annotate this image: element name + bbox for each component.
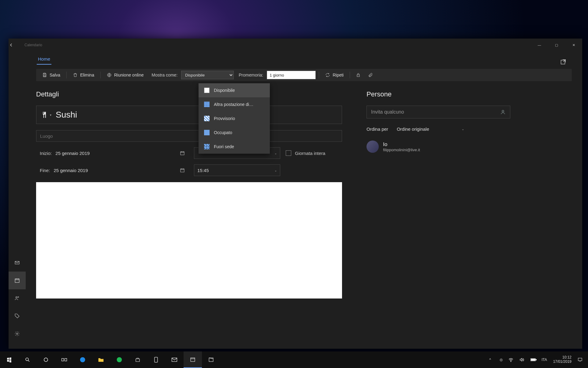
cortana-button[interactable] (37, 351, 55, 368)
reminder-select[interactable] (267, 71, 316, 79)
delete-button[interactable]: Elimina (70, 71, 97, 79)
nav-tag[interactable] (9, 307, 26, 325)
svg-rect-9 (357, 75, 359, 77)
food-icon (41, 111, 48, 118)
taskbar-mail[interactable] (165, 351, 184, 368)
svg-rect-27 (578, 358, 582, 361)
show-as-option-tentative[interactable]: Provvisorio (199, 111, 270, 126)
search-icon (25, 357, 30, 362)
minimize-button[interactable]: — (531, 39, 548, 51)
end-time-select[interactable]: 15:45 ⌄ (194, 164, 280, 176)
tray-notifications[interactable] (578, 357, 585, 362)
chevron-down-icon: ⌄ (274, 152, 277, 155)
invite-input[interactable]: Invita qualcuno (367, 106, 510, 118)
event-title-row: ▾ (36, 106, 342, 124)
taskbar-movies[interactable] (202, 351, 220, 368)
maximize-button[interactable]: ▢ (548, 39, 565, 51)
phone-icon (154, 357, 158, 363)
save-button[interactable]: Salva (39, 71, 63, 79)
spotify-icon (116, 357, 122, 363)
tray-language[interactable]: ITA (541, 358, 547, 362)
show-as-option-label: Fuori sede (214, 144, 234, 149)
search-button[interactable] (18, 351, 37, 368)
delete-label: Elimina (80, 73, 94, 77)
store-icon (135, 357, 140, 362)
status-swatch (204, 102, 210, 107)
svg-point-3 (18, 297, 19, 298)
private-button[interactable] (353, 71, 363, 79)
end-date-picker[interactable]: Fine: 25 gennaio 2019 (36, 164, 188, 176)
event-title-input[interactable] (56, 110, 337, 120)
tray-chevron[interactable]: ^ (486, 358, 494, 362)
tray-clock[interactable]: 10:12 17/01/2019 (553, 355, 571, 364)
online-meeting-button[interactable]: Riunione online (104, 71, 147, 79)
sort-select[interactable]: Ordine originale ⌄ (394, 124, 467, 134)
tabs: Home (26, 51, 582, 65)
avatar (367, 141, 379, 153)
show-as-label: Mostra come: (151, 73, 177, 77)
checkbox-icon (286, 150, 291, 156)
attach-button[interactable] (365, 71, 376, 79)
start-date-value: 25 gennaio 2019 (55, 151, 90, 156)
tray-volume-icon[interactable] (519, 358, 527, 362)
people-heading: Persone (367, 90, 510, 98)
tray-wifi-icon[interactable] (508, 358, 516, 362)
lock-icon (356, 73, 361, 77)
close-button[interactable]: ✕ (565, 39, 582, 51)
svg-rect-11 (180, 169, 184, 172)
edge-icon (80, 357, 86, 363)
content-area: Home Salva Elimina Riunione online Mostr… (26, 51, 582, 349)
tray-battery-icon[interactable] (530, 358, 538, 362)
tray-location-icon[interactable]: ◎ (497, 358, 505, 362)
app-title: Calendario (24, 43, 42, 47)
svg-point-17 (80, 357, 85, 362)
nav-people[interactable] (9, 289, 26, 307)
show-as-dropdown: DisponibileAltra postazione di…Provvisor… (199, 83, 270, 154)
show-as-option-free[interactable]: Disponibile (199, 83, 270, 97)
all-day-checkbox[interactable]: Giornata intera (286, 150, 325, 156)
nav-mail[interactable] (9, 254, 26, 272)
globe-icon (107, 73, 112, 77)
show-as-option-label: Occupato (214, 130, 232, 135)
status-swatch (204, 88, 210, 93)
calendar-icon (180, 168, 185, 173)
chevron-down-icon: ⌄ (462, 127, 464, 131)
show-as-option-elsewhere[interactable]: Altra postazione di… (199, 97, 270, 111)
pop-out-button[interactable] (557, 56, 569, 68)
taskbar-spotify[interactable] (110, 351, 128, 368)
show-as-option-oof[interactable]: Fuori sede (199, 140, 270, 154)
task-view-button[interactable] (55, 351, 73, 368)
taskbar-explorer[interactable] (92, 351, 110, 368)
svg-point-2 (16, 297, 17, 298)
show-as-option-busy[interactable]: Occupato (199, 126, 270, 140)
svg-rect-15 (62, 359, 64, 361)
titlebar: Calendario — ▢ ✕ (9, 39, 582, 51)
taskbar-calendar[interactable] (184, 351, 202, 368)
svg-rect-10 (180, 152, 184, 155)
event-category-button[interactable]: ▾ (41, 111, 51, 118)
description-editor[interactable] (36, 182, 342, 299)
tab-home[interactable]: Home (37, 54, 51, 65)
show-as-option-label: Altra postazione di… (214, 102, 253, 107)
taskbar-phone[interactable] (147, 351, 165, 368)
show-as-select[interactable]: Disponibile (181, 71, 234, 79)
chevron-down-icon: ▾ (50, 113, 51, 117)
location-input[interactable] (36, 130, 342, 142)
repeat-button[interactable]: Ripeti (322, 71, 347, 79)
nav-calendar[interactable] (9, 272, 26, 289)
taskbar-edge[interactable] (73, 351, 92, 368)
svg-point-4 (17, 333, 18, 335)
toolbar: Salva Elimina Riunione online Mostra com… (36, 69, 572, 81)
repeat-icon (325, 73, 330, 77)
taskbar-store[interactable] (128, 351, 147, 368)
svg-rect-16 (65, 359, 67, 361)
sort-label: Ordina per (367, 126, 388, 132)
back-button[interactable] (9, 42, 24, 48)
start-button[interactable] (0, 351, 18, 368)
svg-rect-19 (154, 357, 158, 362)
nav-settings[interactable] (9, 325, 26, 343)
online-meeting-label: Riunione online (114, 73, 144, 77)
details-heading: Dettagli (36, 90, 342, 98)
start-date-picker[interactable]: Inizio: 25 gennaio 2019 (36, 147, 188, 159)
svg-point-12 (502, 110, 504, 112)
